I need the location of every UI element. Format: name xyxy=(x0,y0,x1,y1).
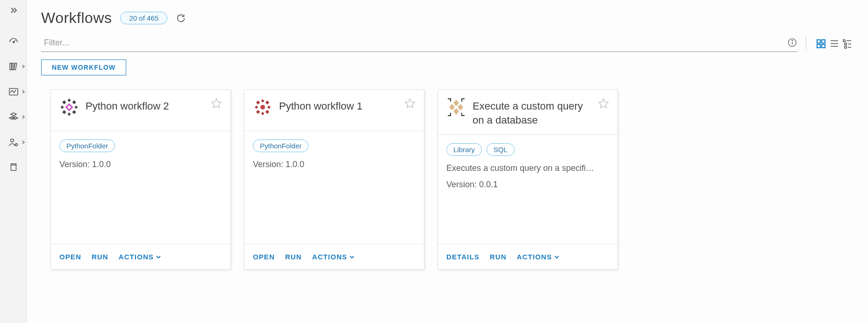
card-header: Python workflow 2 xyxy=(51,90,230,131)
card-title: Python workflow 2 xyxy=(86,97,204,113)
card-title: Python workflow 1 xyxy=(279,97,398,113)
action-label: OPEN xyxy=(59,253,81,261)
divider xyxy=(806,37,806,50)
action-label: RUN xyxy=(92,253,108,261)
svg-rect-42 xyxy=(67,112,71,116)
run-button[interactable]: RUN xyxy=(490,253,507,261)
action-label: RUN xyxy=(285,253,302,261)
svg-rect-16 xyxy=(11,165,16,170)
favorite-button[interactable] xyxy=(598,97,609,110)
svg-rect-29 xyxy=(845,43,846,45)
svg-point-10 xyxy=(15,144,17,146)
chevron-right-icon xyxy=(21,89,26,94)
svg-rect-49 xyxy=(261,99,264,103)
tag[interactable]: Library xyxy=(446,143,482,156)
user-gear-icon xyxy=(8,137,19,148)
sidebar-activity[interactable] xyxy=(8,86,19,97)
tag[interactable]: SQL xyxy=(487,143,515,156)
tag[interactable]: PythonFolder xyxy=(59,139,115,152)
card-title: Execute a custom query on a database xyxy=(473,97,591,127)
gauge-icon xyxy=(8,36,19,47)
actions-button[interactable]: ACTIONS xyxy=(119,253,161,261)
tag[interactable]: PythonFolder xyxy=(253,139,308,152)
new-workflow-button[interactable]: NEW WORKFLOW xyxy=(41,59,126,75)
tree-icon xyxy=(842,38,853,49)
star-icon xyxy=(598,97,609,109)
filter-info[interactable] xyxy=(787,37,797,50)
run-button[interactable]: RUN xyxy=(285,253,302,261)
svg-marker-57 xyxy=(458,104,463,110)
actions-button[interactable]: ACTIONS xyxy=(312,253,355,261)
sidebar-archive[interactable] xyxy=(8,162,19,172)
page-title: Workflows xyxy=(41,9,112,27)
svg-rect-3 xyxy=(12,63,14,70)
sidebar-expand[interactable] xyxy=(8,6,19,17)
open-button[interactable]: OPEN xyxy=(253,253,275,261)
sidebar-inventory[interactable] xyxy=(8,111,19,123)
svg-marker-55 xyxy=(453,108,459,115)
favorite-button[interactable] xyxy=(211,97,222,110)
svg-rect-31 xyxy=(845,46,846,48)
svg-rect-27 xyxy=(843,40,845,42)
card-description: Executes a custom query on a specifi… xyxy=(446,163,609,173)
card-footer: DETAILSRUNACTIONS xyxy=(438,244,617,269)
svg-rect-45 xyxy=(265,101,269,104)
svg-rect-37 xyxy=(62,100,66,104)
actions-button[interactable]: ACTIONS xyxy=(517,253,560,261)
refresh-button[interactable] xyxy=(176,13,186,23)
sidebar xyxy=(0,0,27,323)
favorite-button[interactable] xyxy=(404,97,416,110)
action-label: ACTIONS xyxy=(119,253,154,261)
refresh-icon xyxy=(176,13,186,23)
chevron-right-icon xyxy=(21,64,26,69)
svg-rect-52 xyxy=(261,112,264,115)
card-version: Version: 0.0.1 xyxy=(446,180,609,190)
action-label: ACTIONS xyxy=(312,253,347,261)
workflow-icon xyxy=(446,97,466,117)
view-toggles xyxy=(815,38,854,49)
jar-icon xyxy=(8,162,19,172)
svg-marker-58 xyxy=(599,99,608,108)
sidebar-admin[interactable] xyxy=(8,137,19,148)
chevron-down-icon xyxy=(349,254,355,260)
card-header: Execute a custom query on a database xyxy=(438,90,617,135)
svg-marker-54 xyxy=(453,100,459,106)
view-grid[interactable] xyxy=(815,38,828,49)
chevron-down-icon xyxy=(156,254,161,260)
card-body: PythonFolderVersion: 1.0.0 xyxy=(51,131,230,244)
sidebar-dashboard[interactable] xyxy=(8,36,19,47)
tags: PythonFolder xyxy=(253,139,416,152)
card-body: PythonFolderVersion: 1.0.0 xyxy=(244,131,424,244)
workflow-icon xyxy=(59,97,79,117)
chevron-right-icon xyxy=(21,115,26,119)
workflow-card: Python workflow 1PythonFolderVersion: 1.… xyxy=(244,89,424,270)
workflow-icon xyxy=(253,97,273,117)
svg-rect-51 xyxy=(255,105,258,109)
svg-rect-47 xyxy=(256,101,260,104)
details-button[interactable]: DETAILS xyxy=(446,253,480,261)
svg-rect-2 xyxy=(10,63,12,70)
svg-marker-43 xyxy=(212,99,221,108)
svg-rect-36 xyxy=(62,110,66,114)
svg-rect-48 xyxy=(265,110,269,114)
info-icon xyxy=(787,37,797,48)
card-footer: OPENRUNACTIONS xyxy=(51,244,230,269)
filter-input[interactable] xyxy=(41,35,797,52)
run-button[interactable]: RUN xyxy=(92,253,108,261)
filter-row xyxy=(41,35,854,52)
count-pill: 20 of 465 xyxy=(120,12,167,24)
svg-rect-4 xyxy=(14,63,16,70)
star-icon xyxy=(404,97,416,109)
view-list[interactable] xyxy=(828,38,841,49)
tags: LibrarySQL xyxy=(446,143,609,156)
action-label: ACTIONS xyxy=(517,253,552,261)
action-label: RUN xyxy=(490,253,507,261)
card-body: LibrarySQLExecutes a custom query on a s… xyxy=(438,135,617,244)
cards-container: Python workflow 2PythonFolderVersion: 1.… xyxy=(41,89,854,270)
open-button[interactable]: OPEN xyxy=(59,253,81,261)
svg-rect-20 xyxy=(817,40,820,43)
view-tree[interactable] xyxy=(841,38,854,49)
sidebar-library[interactable] xyxy=(8,61,19,72)
header-row: Workflows 20 of 465 xyxy=(41,9,854,27)
main-content: Workflows 20 of 465 xyxy=(27,0,868,323)
